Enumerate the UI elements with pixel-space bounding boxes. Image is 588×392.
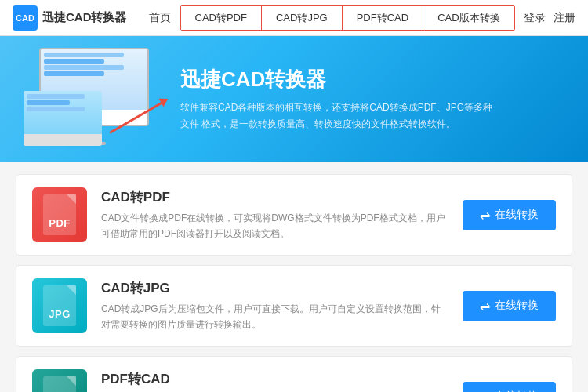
convert-btn-cad[interactable]: ⇌ 在线转换 (463, 382, 556, 393)
cad-file-icon: CAD (43, 376, 76, 392)
hero-title: 迅捷CAD转换器 (180, 66, 564, 93)
hero-banner: 迅捷CAD转换器 软件兼容CAD各种版本的相互转换，还支持将CAD转换成PDF、… (0, 36, 588, 162)
convert-icon-jpg: ⇌ (480, 299, 490, 314)
pdf-icon-label: PDF (49, 217, 71, 229)
laptop-bar-3 (27, 107, 85, 111)
nav-tabs: CAD转PDF CAD转JPG PDF转CAD CAD版本转换 (180, 5, 515, 31)
card-body-cad: PDF转CAD PDF转CAD功能，可以将PDF文档转换为CAD，用户可自定义选… (101, 370, 448, 392)
card-desc-pdf: CAD文件转换成PDF在线转换，可实现将DWG格式文件转换为PDF格式文档，用户… (101, 211, 448, 241)
card-icon-jpg: JPG (32, 278, 87, 333)
mockup-bar-1 (44, 53, 124, 57)
arrow-head (159, 95, 171, 107)
nav-tab-cad-jpg[interactable]: CAD转JPG (262, 6, 343, 30)
card-icon-cad: CAD (32, 369, 87, 392)
card-pdf-cad: CAD PDF转CAD PDF转CAD功能，可以将PDF文档转换为CAD，用户可… (16, 356, 572, 392)
convert-btn-pdf[interactable]: ⇌ 在线转换 (463, 200, 556, 230)
jpg-icon-label: JPG (49, 308, 71, 320)
register-link[interactable]: 注册 (554, 11, 575, 25)
card-icon-pdf: PDF (32, 187, 87, 242)
laptop-bar-1 (27, 94, 85, 99)
nav-home[interactable]: 首页 (143, 11, 177, 25)
convert-label-jpg: 在线转换 (495, 299, 539, 313)
mockup-bar-3 (44, 65, 124, 70)
pdf-file-icon: PDF (43, 194, 76, 235)
card-body-jpg: CAD转JPG CAD转成JPG后为压缩包文件，用户可直接下载。用户可自定义设置… (101, 279, 448, 332)
nav-tab-cad-version[interactable]: CAD版本转换 (423, 6, 514, 30)
logo-area: CAD 迅捷CAD转换器 (13, 5, 127, 31)
mockup-laptop (24, 91, 102, 146)
header: CAD 迅捷CAD转换器 首页 CAD转PDF CAD转JPG PDF转CAD … (0, 0, 588, 36)
hero-mockup (24, 48, 165, 150)
hero-text: 迅捷CAD转换器 软件兼容CAD各种版本的相互转换，还支持将CAD转换成PDF、… (180, 66, 564, 132)
nav-tab-pdf-cad[interactable]: PDF转CAD (343, 6, 423, 30)
main-content: PDF CAD转PDF CAD文件转换成PDF在线转换，可实现将DWG格式文件转… (0, 162, 588, 392)
card-body-pdf: CAD转PDF CAD文件转换成PDF在线转换，可实现将DWG格式文件转换为PD… (101, 188, 448, 241)
convert-icon-cad: ⇌ (480, 390, 490, 393)
card-cad-jpg: JPG CAD转JPG CAD转成JPG后为压缩包文件，用户可直接下载。用户可自… (16, 265, 572, 347)
header-right: 登录 注册 (524, 11, 575, 25)
logo-text: 迅捷CAD转换器 (42, 10, 127, 25)
hero-desc: 软件兼容CAD各种版本的相互转换，还支持将CAD转换成PDF、JPG等多种文件 … (180, 100, 494, 132)
laptop-bar-2 (27, 100, 70, 105)
login-link[interactable]: 登录 (524, 11, 546, 25)
card-title-jpg: CAD转JPG (101, 279, 448, 297)
mockup-laptop-screen (24, 91, 102, 134)
jpg-file-icon: JPG (43, 285, 76, 326)
mockup-bar-4 (44, 71, 104, 76)
mockup-bar-2 (44, 59, 104, 64)
card-title-cad: PDF转CAD (101, 370, 448, 388)
convert-btn-jpg[interactable]: ⇌ 在线转换 (463, 291, 556, 321)
convert-label-pdf: 在线转换 (495, 208, 539, 222)
logo-icon: CAD (13, 5, 38, 31)
nav-tab-cad-pdf[interactable]: CAD转PDF (181, 6, 262, 30)
card-desc-jpg: CAD转成JPG后为压缩包文件，用户可直接下载。用户可自定义设置转换范围，针对需… (101, 302, 448, 332)
card-title-pdf: CAD转PDF (101, 188, 448, 206)
card-cad-pdf: PDF CAD转PDF CAD文件转换成PDF在线转换，可实现将DWG格式文件转… (16, 174, 572, 256)
convert-icon-pdf: ⇌ (480, 208, 490, 223)
